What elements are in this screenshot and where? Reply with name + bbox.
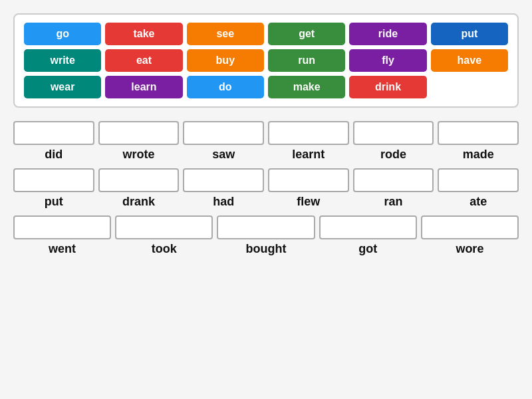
word-tile-ride[interactable]: ride [349, 23, 426, 45]
word-tile-get[interactable]: get [268, 23, 345, 45]
word-tile-wear[interactable]: wear [24, 76, 101, 98]
drop-box-2-0[interactable] [13, 215, 111, 239]
drop-box-2-2[interactable] [217, 215, 315, 239]
drop-box-0-1[interactable] [98, 121, 180, 145]
word-label-did: did [13, 148, 94, 162]
word-label-rode: rode [353, 148, 434, 162]
drop-box-0-5[interactable] [438, 121, 519, 145]
word-tile-see[interactable]: see [187, 23, 264, 45]
word-tile-go[interactable]: go [24, 23, 101, 45]
drop-box-2-1[interactable] [115, 215, 213, 239]
word-label-wrote: wrote [98, 148, 180, 162]
word-label-put: put [13, 195, 94, 209]
drop-box-1-2[interactable] [183, 168, 264, 192]
word-label-learnt: learnt [268, 148, 349, 162]
word-tile-do[interactable]: do [187, 76, 264, 98]
match-section: didwrotesawlearntrodemadeputdrankhadflew… [13, 121, 519, 263]
word-label-bought: bought [217, 242, 315, 256]
word-tile-buy[interactable]: buy [187, 49, 264, 72]
drop-box-1-0[interactable] [13, 168, 94, 192]
word-label-got: got [319, 242, 417, 256]
label-row-1: putdrankhadflewranate [13, 195, 519, 209]
word-label-made: made [438, 148, 519, 162]
word-tile-eat[interactable]: eat [105, 49, 182, 72]
word-label-had: had [183, 195, 264, 209]
word-bank: gotakeseegetrideputwriteeatbuyrunflyhave… [13, 13, 519, 108]
drop-box-1-3[interactable] [268, 168, 349, 192]
word-tile-put[interactable]: put [431, 23, 508, 45]
drop-box-0-4[interactable] [353, 121, 434, 145]
drop-box-1-4[interactable] [353, 168, 434, 192]
word-label-saw: saw [183, 148, 264, 162]
drop-box-1-1[interactable] [98, 168, 180, 192]
drop-box-0-0[interactable] [13, 121, 94, 145]
drop-row-1 [13, 168, 519, 192]
word-tile-learn[interactable]: learn [105, 76, 182, 98]
drop-row-2 [13, 215, 519, 239]
label-row-2: wenttookboughtgotwore [13, 242, 519, 256]
word-label-drank: drank [98, 195, 180, 209]
word-label-ate: ate [438, 195, 519, 209]
word-label-wore: wore [421, 242, 519, 256]
word-tile-fly[interactable]: fly [349, 49, 426, 72]
drop-box-0-2[interactable] [183, 121, 264, 145]
drop-row-0 [13, 121, 519, 145]
drop-box-2-3[interactable] [319, 215, 417, 239]
word-tile-make[interactable]: make [268, 76, 345, 98]
word-label-flew: flew [268, 195, 349, 209]
word-tile-have[interactable]: have [431, 49, 508, 72]
drop-box-1-5[interactable] [438, 168, 519, 192]
word-tile-run[interactable]: run [268, 49, 345, 72]
word-label-took: took [115, 242, 213, 256]
word-label-ran: ran [353, 195, 434, 209]
word-tile-drink[interactable]: drink [349, 76, 426, 98]
word-label-went: went [13, 242, 111, 256]
label-row-0: didwrotesawlearntrodemade [13, 148, 519, 162]
drop-box-2-4[interactable] [421, 215, 519, 239]
word-tile-take[interactable]: take [105, 23, 182, 45]
drop-box-0-3[interactable] [268, 121, 349, 145]
word-tile-write[interactable]: write [24, 49, 101, 72]
